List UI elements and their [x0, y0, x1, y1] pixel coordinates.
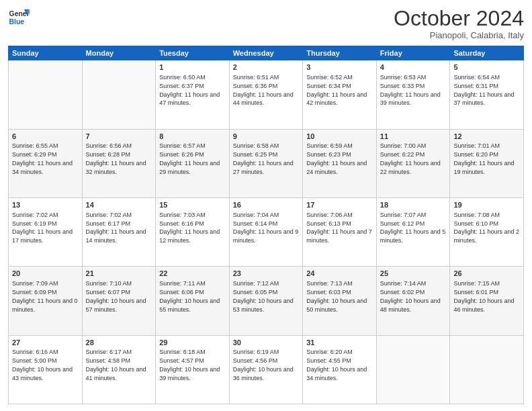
day-info: Sunrise: 6:50 AM Sunset: 6:37 PM Dayligh…	[159, 74, 222, 106]
day-number: 20	[12, 269, 79, 279]
calendar-cell: 13Sunrise: 7:02 AM Sunset: 6:19 PM Dayli…	[9, 197, 83, 266]
calendar-cell: 2Sunrise: 6:51 AM Sunset: 6:36 PM Daylig…	[229, 60, 303, 129]
day-number: 4	[380, 62, 447, 73]
day-info: Sunrise: 6:52 AM Sunset: 6:34 PM Dayligh…	[306, 74, 369, 106]
title-block: October 2024 Pianopoli, Calabria, Italy	[394, 7, 524, 40]
calendar-cell: 26Sunrise: 7:15 AM Sunset: 6:01 PM Dayli…	[450, 267, 524, 335]
day-number: 8	[159, 132, 226, 142]
calendar-cell: 21Sunrise: 7:10 AM Sunset: 6:07 PM Dayli…	[82, 267, 156, 335]
calendar-week-row: 1Sunrise: 6:50 AM Sunset: 6:37 PM Daylig…	[9, 60, 524, 129]
day-info: Sunrise: 7:15 AM Sunset: 6:01 PM Dayligh…	[453, 280, 516, 312]
calendar-cell: 28Sunrise: 6:17 AM Sunset: 4:58 PM Dayli…	[82, 335, 156, 404]
calendar-week-row: 13Sunrise: 7:02 AM Sunset: 6:19 PM Dayli…	[9, 197, 524, 266]
day-info: Sunrise: 6:59 AM Sunset: 6:23 PM Dayligh…	[306, 142, 369, 175]
month-title: October 2024	[394, 7, 524, 30]
day-number: 3	[306, 62, 373, 73]
day-info: Sunrise: 6:55 AM Sunset: 6:29 PM Dayligh…	[12, 142, 75, 175]
day-number: 18	[380, 200, 447, 210]
weekday-header-sunday: Sunday	[9, 46, 83, 60]
calendar-cell	[82, 60, 156, 129]
calendar-cell: 1Sunrise: 6:50 AM Sunset: 6:37 PM Daylig…	[156, 60, 230, 129]
day-info: Sunrise: 6:20 AM Sunset: 4:55 PM Dayligh…	[306, 349, 369, 381]
day-info: Sunrise: 6:51 AM Sunset: 6:36 PM Dayligh…	[233, 74, 296, 106]
day-info: Sunrise: 7:02 AM Sunset: 6:17 PM Dayligh…	[86, 212, 148, 244]
weekday-header-saturday: Saturday	[450, 46, 524, 60]
calendar-cell: 17Sunrise: 7:06 AM Sunset: 6:13 PM Dayli…	[303, 197, 377, 266]
calendar-cell: 30Sunrise: 6:19 AM Sunset: 4:56 PM Dayli…	[229, 335, 303, 404]
calendar-week-row: 20Sunrise: 7:09 AM Sunset: 6:09 PM Dayli…	[9, 267, 524, 335]
calendar-cell	[9, 60, 83, 129]
day-number: 1	[159, 62, 226, 73]
day-number: 23	[233, 269, 300, 279]
day-info: Sunrise: 6:57 AM Sunset: 6:26 PM Dayligh…	[159, 142, 222, 175]
day-number: 26	[453, 269, 520, 279]
day-number: 24	[306, 269, 373, 279]
calendar-week-row: 6Sunrise: 6:55 AM Sunset: 6:29 PM Daylig…	[9, 129, 524, 197]
weekday-header-row: SundayMondayTuesdayWednesdayThursdayFrid…	[9, 46, 524, 60]
day-info: Sunrise: 6:16 AM Sunset: 5:00 PM Dayligh…	[12, 349, 75, 381]
day-info: Sunrise: 6:54 AM Sunset: 6:31 PM Dayligh…	[453, 74, 516, 106]
day-info: Sunrise: 7:13 AM Sunset: 6:03 PM Dayligh…	[306, 280, 369, 312]
calendar-cell: 18Sunrise: 7:07 AM Sunset: 6:12 PM Dayli…	[376, 197, 450, 266]
day-info: Sunrise: 7:08 AM Sunset: 6:10 PM Dayligh…	[453, 212, 521, 244]
calendar-cell: 4Sunrise: 6:53 AM Sunset: 6:33 PM Daylig…	[376, 60, 450, 129]
calendar-cell: 19Sunrise: 7:08 AM Sunset: 6:10 PM Dayli…	[450, 197, 524, 266]
weekday-header-tuesday: Tuesday	[156, 46, 230, 60]
day-info: Sunrise: 6:19 AM Sunset: 4:56 PM Dayligh…	[233, 349, 296, 381]
day-number: 30	[233, 338, 300, 348]
calendar-cell: 6Sunrise: 6:55 AM Sunset: 6:29 PM Daylig…	[9, 129, 83, 197]
day-number: 7	[86, 132, 152, 142]
day-info: Sunrise: 7:07 AM Sunset: 6:12 PM Dayligh…	[380, 212, 447, 244]
day-info: Sunrise: 7:04 AM Sunset: 6:14 PM Dayligh…	[233, 212, 300, 244]
calendar-cell: 8Sunrise: 6:57 AM Sunset: 6:26 PM Daylig…	[156, 129, 230, 197]
day-number: 16	[233, 200, 300, 210]
page-header: General Blue October 2024 Pianopoli, Cal…	[8, 7, 524, 40]
day-number: 21	[86, 269, 152, 279]
day-number: 19	[453, 200, 520, 210]
day-number: 12	[453, 132, 520, 142]
day-info: Sunrise: 6:17 AM Sunset: 4:58 PM Dayligh…	[86, 349, 148, 381]
day-info: Sunrise: 7:00 AM Sunset: 6:22 PM Dayligh…	[380, 142, 443, 175]
calendar-cell: 11Sunrise: 7:00 AM Sunset: 6:22 PM Dayli…	[376, 129, 450, 197]
day-number: 14	[86, 200, 152, 210]
location-subtitle: Pianopoli, Calabria, Italy	[394, 30, 524, 40]
calendar-cell: 12Sunrise: 7:01 AM Sunset: 6:20 PM Dayli…	[450, 129, 524, 197]
calendar-cell: 5Sunrise: 6:54 AM Sunset: 6:31 PM Daylig…	[450, 60, 524, 129]
day-number: 28	[86, 338, 152, 348]
calendar-cell: 15Sunrise: 7:03 AM Sunset: 6:16 PM Dayli…	[156, 197, 230, 266]
day-info: Sunrise: 7:06 AM Sunset: 6:13 PM Dayligh…	[306, 212, 373, 244]
day-info: Sunrise: 6:58 AM Sunset: 6:25 PM Dayligh…	[233, 142, 296, 175]
calendar-cell: 3Sunrise: 6:52 AM Sunset: 6:34 PM Daylig…	[303, 60, 377, 129]
calendar-cell: 24Sunrise: 7:13 AM Sunset: 6:03 PM Dayli…	[303, 267, 377, 335]
weekday-header-wednesday: Wednesday	[229, 46, 303, 60]
day-number: 6	[12, 132, 79, 142]
day-number: 25	[380, 269, 447, 279]
day-number: 13	[12, 200, 79, 210]
day-number: 27	[12, 338, 79, 348]
calendar-cell	[450, 335, 524, 404]
calendar-cell: 9Sunrise: 6:58 AM Sunset: 6:25 PM Daylig…	[229, 129, 303, 197]
day-number: 9	[233, 132, 300, 142]
day-info: Sunrise: 6:56 AM Sunset: 6:28 PM Dayligh…	[86, 142, 148, 175]
day-info: Sunrise: 6:18 AM Sunset: 4:57 PM Dayligh…	[159, 349, 222, 381]
calendar-cell: 29Sunrise: 6:18 AM Sunset: 4:57 PM Dayli…	[156, 335, 230, 404]
calendar-cell: 27Sunrise: 6:16 AM Sunset: 5:00 PM Dayli…	[9, 335, 83, 404]
day-info: Sunrise: 7:01 AM Sunset: 6:20 PM Dayligh…	[453, 142, 516, 175]
day-number: 29	[159, 338, 226, 348]
day-number: 5	[453, 62, 520, 73]
day-info: Sunrise: 7:14 AM Sunset: 6:02 PM Dayligh…	[380, 280, 443, 312]
weekday-header-thursday: Thursday	[303, 46, 377, 60]
calendar-cell: 23Sunrise: 7:12 AM Sunset: 6:05 PM Dayli…	[229, 267, 303, 335]
day-info: Sunrise: 7:03 AM Sunset: 6:16 PM Dayligh…	[159, 212, 222, 244]
calendar-cell: 10Sunrise: 6:59 AM Sunset: 6:23 PM Dayli…	[303, 129, 377, 197]
calendar-cell: 7Sunrise: 6:56 AM Sunset: 6:28 PM Daylig…	[82, 129, 156, 197]
day-number: 31	[306, 338, 373, 348]
day-number: 22	[159, 269, 226, 279]
day-info: Sunrise: 7:10 AM Sunset: 6:07 PM Dayligh…	[86, 280, 148, 312]
day-number: 15	[159, 200, 226, 210]
calendar-cell: 25Sunrise: 7:14 AM Sunset: 6:02 PM Dayli…	[376, 267, 450, 335]
weekday-header-monday: Monday	[82, 46, 156, 60]
calendar-cell: 20Sunrise: 7:09 AM Sunset: 6:09 PM Dayli…	[9, 267, 83, 335]
day-number: 17	[306, 200, 373, 210]
calendar-week-row: 27Sunrise: 6:16 AM Sunset: 5:00 PM Dayli…	[9, 335, 524, 404]
